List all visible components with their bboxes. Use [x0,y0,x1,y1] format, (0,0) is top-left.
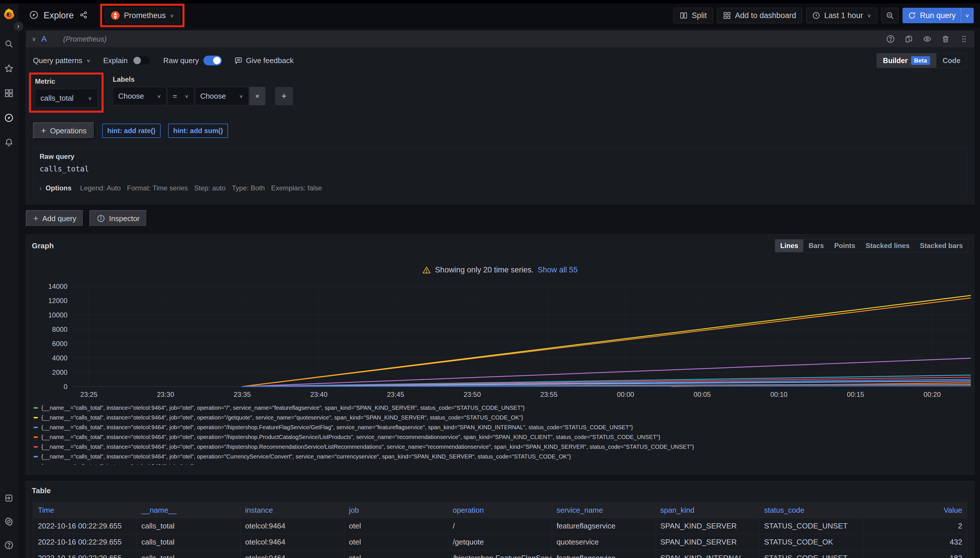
metric-select[interactable]: calls_total ∨ [35,89,97,107]
show-all-series-link[interactable]: Show all 55 [538,266,578,274]
chevron-down-icon: ∨ [184,93,189,98]
collapse-chevron-icon[interactable]: ∨ [32,36,36,43]
query-patterns-dropdown[interactable]: Query patterns ∨ [33,56,90,65]
column-header-instance[interactable]: instance [241,502,345,518]
explain-toggle[interactable] [132,56,151,66]
code-tab[interactable]: Code [936,53,967,68]
zoom-out-time-button[interactable] [881,8,898,23]
options-summary-item: Format: Time series [127,184,188,192]
hint-add-sum-button[interactable]: hint: add sum() [168,123,228,138]
run-query-button[interactable]: Run query ∨ [903,8,974,23]
column-header-value[interactable]: Value [863,502,967,518]
hint-add-rate-button[interactable]: hint: add rate() [102,123,161,138]
y-axis-tick-label: 0 [64,383,67,391]
y-axis-tick-label: 8000 [52,325,67,333]
x-axis-tick-label: 23:30 [157,391,174,398]
split-columns-icon [680,11,688,20]
label-operator-select[interactable]: = ∨ [167,87,194,105]
column-header-operation[interactable]: operation [448,502,552,518]
drag-handle-icon[interactable] [960,35,968,43]
give-feedback-button[interactable]: Give feedback [234,56,293,65]
legend-item[interactable]: {__name__="calls_total", instance="otelc… [34,413,968,422]
time-range-picker[interactable]: Last 1 hour ∨ [806,8,877,23]
label-value-select[interactable]: Choose ∨ [195,87,249,105]
x-axis-tick-label: 23:35 [233,391,251,398]
sign-in-icon[interactable] [4,493,14,503]
add-label-filter-button[interactable]: + [275,87,293,105]
options-collapsible[interactable]: › Options Legend: AutoFormat: Time serie… [33,179,967,197]
inspector-button[interactable]: Inspector [89,210,147,227]
table-cell: featureflagservice [552,550,656,558]
legend-item[interactable]: {__name__="calls_total", instance="otelc… [34,442,968,451]
graph-header: Graph LinesBarsPointsStacked linesStacke… [26,235,974,252]
query-row-header[interactable]: ∨ A (Prometheus) [26,31,974,47]
raw-query-toggle[interactable] [204,56,222,66]
explore-compass-icon[interactable] [4,113,14,123]
chevron-down-icon: ∨ [86,57,90,63]
operations-button[interactable]: + Operations [33,122,95,139]
legend-item[interactable]: {__name__="calls_total", instance="otelc… [34,461,968,465]
x-axis-tick-label: 00:05 [694,391,711,398]
remove-label-filter-button[interactable]: × [249,87,265,105]
metric-label: Metric [35,77,97,85]
graph-mode-bars[interactable]: Bars [803,240,829,252]
x-axis-tick-label: 23:50 [464,391,481,398]
sidebar-expand-button[interactable]: › [13,21,23,31]
timeseries-chart[interactable]: 0200040006000800010000120001400023:2523:… [32,282,972,401]
legend-label: {__name__="calls_total", instance="otelc… [41,453,571,460]
legend-item[interactable]: {__name__="calls_total", instance="otelc… [34,451,968,461]
chevron-down-icon: ∨ [157,93,161,98]
legend-item[interactable]: {__name__="calls_total", instance="otelc… [34,422,968,432]
grafana-logo-icon[interactable] [3,8,15,20]
plus-icon: + [33,213,38,223]
inspector-label: Inspector [109,214,140,223]
starred-icon[interactable] [4,64,14,74]
chevron-down-icon: ∨ [170,13,174,18]
legend-item[interactable]: {__name__="calls_total", instance="otelc… [34,432,968,442]
graph-title: Graph [32,241,54,250]
split-button[interactable]: Split [674,8,713,23]
column-header-name[interactable]: __name__ [137,502,241,518]
sidebar-nav [4,39,14,148]
raw-query-preview: Raw query calls_total [33,148,967,180]
table-cell: 182 [863,550,967,558]
page-title: Explore [44,10,74,21]
y-axis-tick-label: 12000 [48,297,67,305]
legend-item[interactable]: {__name__="calls_total", instance="otelc… [34,403,968,413]
y-axis-tick-label: 14000 [48,282,67,290]
graph-mode-stacked-bars[interactable]: Stacked bars [915,240,968,252]
duplicate-query-icon[interactable] [904,35,913,43]
settings-gear-icon[interactable] [4,517,14,527]
query-help-icon[interactable] [886,35,895,43]
nav-right: Split Add to dashboard Last 1 hour ∨ [674,8,974,23]
column-header-spankind[interactable]: span_kind [656,502,760,518]
column-header-servicename[interactable]: service_name [552,502,656,518]
add-to-dashboard-button[interactable]: Add to dashboard [717,8,802,23]
y-axis-tick-label: 6000 [52,340,67,348]
top-nav: Explore Prometheus ∨ [18,3,980,28]
legend-label: {__name__="calls_total", instance="otelc… [41,424,633,431]
column-header-job[interactable]: job [344,502,448,518]
share-icon[interactable] [79,11,87,20]
dashboards-icon[interactable] [4,88,14,98]
raw-query-value: calls_total [39,164,960,173]
run-query-dropdown[interactable]: ∨ [961,8,973,23]
column-header-time[interactable]: Time [33,502,137,518]
query-editor-body: Query patterns ∨ Explain Raw query [26,47,974,204]
builder-code-switch: Builder Beta Code [876,53,967,68]
add-query-button[interactable]: + Add query [26,210,84,227]
graph-mode-points[interactable]: Points [829,240,860,252]
builder-tab[interactable]: Builder Beta [877,53,936,68]
hide-query-eye-icon[interactable] [923,35,932,43]
run-query-main[interactable]: Run query [903,11,961,20]
remove-query-trash-icon[interactable] [941,35,950,43]
column-header-statuscode[interactable]: status_code [760,502,863,518]
graph-mode-stacked-lines[interactable]: Stacked lines [860,240,914,252]
search-icon[interactable] [4,39,14,49]
help-icon[interactable] [4,540,14,550]
graph-mode-lines[interactable]: Lines [775,240,804,252]
datasource-picker[interactable]: Prometheus ∨ [105,8,180,23]
label-name-select[interactable]: Choose ∨ [113,87,167,105]
alerting-bell-icon[interactable] [4,138,14,148]
table-cell: quoteservice [552,534,656,550]
